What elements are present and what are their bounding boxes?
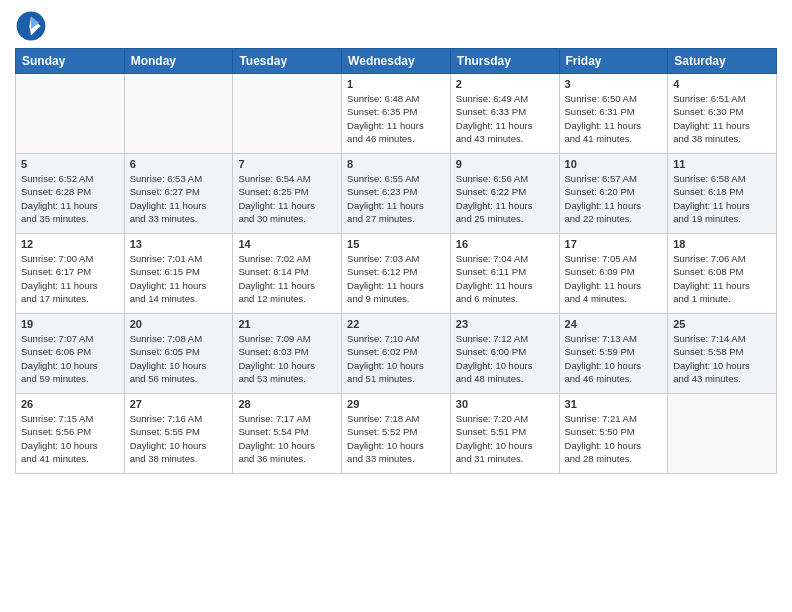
calendar-header: SundayMondayTuesdayWednesdayThursdayFrid…	[16, 49, 777, 74]
calendar-body: 1Sunrise: 6:48 AM Sunset: 6:35 PM Daylig…	[16, 74, 777, 474]
day-cell: 2Sunrise: 6:49 AM Sunset: 6:33 PM Daylig…	[450, 74, 559, 154]
day-info: Sunrise: 7:20 AM Sunset: 5:51 PM Dayligh…	[456, 412, 554, 465]
day-cell	[16, 74, 125, 154]
day-cell: 30Sunrise: 7:20 AM Sunset: 5:51 PM Dayli…	[450, 394, 559, 474]
day-number: 12	[21, 238, 119, 250]
day-number: 19	[21, 318, 119, 330]
day-info: Sunrise: 6:57 AM Sunset: 6:20 PM Dayligh…	[565, 172, 663, 225]
day-number: 31	[565, 398, 663, 410]
day-info: Sunrise: 7:16 AM Sunset: 5:55 PM Dayligh…	[130, 412, 228, 465]
day-cell: 26Sunrise: 7:15 AM Sunset: 5:56 PM Dayli…	[16, 394, 125, 474]
day-number: 8	[347, 158, 445, 170]
day-number: 6	[130, 158, 228, 170]
day-info: Sunrise: 7:05 AM Sunset: 6:09 PM Dayligh…	[565, 252, 663, 305]
header-cell-friday: Friday	[559, 49, 668, 74]
day-cell: 22Sunrise: 7:10 AM Sunset: 6:02 PM Dayli…	[342, 314, 451, 394]
day-cell: 14Sunrise: 7:02 AM Sunset: 6:14 PM Dayli…	[233, 234, 342, 314]
day-info: Sunrise: 7:10 AM Sunset: 6:02 PM Dayligh…	[347, 332, 445, 385]
day-number: 18	[673, 238, 771, 250]
day-info: Sunrise: 6:51 AM Sunset: 6:30 PM Dayligh…	[673, 92, 771, 145]
week-row-3: 12Sunrise: 7:00 AM Sunset: 6:17 PM Dayli…	[16, 234, 777, 314]
day-cell: 12Sunrise: 7:00 AM Sunset: 6:17 PM Dayli…	[16, 234, 125, 314]
day-info: Sunrise: 7:17 AM Sunset: 5:54 PM Dayligh…	[238, 412, 336, 465]
day-info: Sunrise: 7:08 AM Sunset: 6:05 PM Dayligh…	[130, 332, 228, 385]
day-number: 2	[456, 78, 554, 90]
day-cell: 24Sunrise: 7:13 AM Sunset: 5:59 PM Dayli…	[559, 314, 668, 394]
week-row-2: 5Sunrise: 6:52 AM Sunset: 6:28 PM Daylig…	[16, 154, 777, 234]
day-info: Sunrise: 6:48 AM Sunset: 6:35 PM Dayligh…	[347, 92, 445, 145]
header-row: SundayMondayTuesdayWednesdayThursdayFrid…	[16, 49, 777, 74]
day-info: Sunrise: 6:56 AM Sunset: 6:22 PM Dayligh…	[456, 172, 554, 225]
day-cell: 9Sunrise: 6:56 AM Sunset: 6:22 PM Daylig…	[450, 154, 559, 234]
day-info: Sunrise: 7:07 AM Sunset: 6:06 PM Dayligh…	[21, 332, 119, 385]
calendar-table: SundayMondayTuesdayWednesdayThursdayFrid…	[15, 48, 777, 474]
day-info: Sunrise: 7:21 AM Sunset: 5:50 PM Dayligh…	[565, 412, 663, 465]
day-number: 15	[347, 238, 445, 250]
day-info: Sunrise: 6:53 AM Sunset: 6:27 PM Dayligh…	[130, 172, 228, 225]
day-cell: 17Sunrise: 7:05 AM Sunset: 6:09 PM Dayli…	[559, 234, 668, 314]
day-cell	[668, 394, 777, 474]
day-cell: 11Sunrise: 6:58 AM Sunset: 6:18 PM Dayli…	[668, 154, 777, 234]
day-info: Sunrise: 6:58 AM Sunset: 6:18 PM Dayligh…	[673, 172, 771, 225]
week-row-5: 26Sunrise: 7:15 AM Sunset: 5:56 PM Dayli…	[16, 394, 777, 474]
day-number: 23	[456, 318, 554, 330]
day-cell	[124, 74, 233, 154]
logo	[15, 10, 51, 42]
header-cell-tuesday: Tuesday	[233, 49, 342, 74]
day-cell: 28Sunrise: 7:17 AM Sunset: 5:54 PM Dayli…	[233, 394, 342, 474]
day-cell	[233, 74, 342, 154]
day-info: Sunrise: 6:50 AM Sunset: 6:31 PM Dayligh…	[565, 92, 663, 145]
day-cell: 21Sunrise: 7:09 AM Sunset: 6:03 PM Dayli…	[233, 314, 342, 394]
day-cell: 31Sunrise: 7:21 AM Sunset: 5:50 PM Dayli…	[559, 394, 668, 474]
day-number: 20	[130, 318, 228, 330]
day-number: 21	[238, 318, 336, 330]
logo-icon	[15, 10, 47, 42]
day-info: Sunrise: 7:15 AM Sunset: 5:56 PM Dayligh…	[21, 412, 119, 465]
day-cell: 5Sunrise: 6:52 AM Sunset: 6:28 PM Daylig…	[16, 154, 125, 234]
day-info: Sunrise: 7:14 AM Sunset: 5:58 PM Dayligh…	[673, 332, 771, 385]
day-cell: 19Sunrise: 7:07 AM Sunset: 6:06 PM Dayli…	[16, 314, 125, 394]
day-cell: 7Sunrise: 6:54 AM Sunset: 6:25 PM Daylig…	[233, 154, 342, 234]
day-info: Sunrise: 7:13 AM Sunset: 5:59 PM Dayligh…	[565, 332, 663, 385]
header-cell-sunday: Sunday	[16, 49, 125, 74]
day-number: 27	[130, 398, 228, 410]
day-info: Sunrise: 7:12 AM Sunset: 6:00 PM Dayligh…	[456, 332, 554, 385]
day-info: Sunrise: 7:03 AM Sunset: 6:12 PM Dayligh…	[347, 252, 445, 305]
day-info: Sunrise: 6:54 AM Sunset: 6:25 PM Dayligh…	[238, 172, 336, 225]
day-info: Sunrise: 7:00 AM Sunset: 6:17 PM Dayligh…	[21, 252, 119, 305]
day-number: 17	[565, 238, 663, 250]
day-number: 30	[456, 398, 554, 410]
day-info: Sunrise: 7:18 AM Sunset: 5:52 PM Dayligh…	[347, 412, 445, 465]
header	[15, 10, 777, 42]
day-cell: 4Sunrise: 6:51 AM Sunset: 6:30 PM Daylig…	[668, 74, 777, 154]
day-cell: 25Sunrise: 7:14 AM Sunset: 5:58 PM Dayli…	[668, 314, 777, 394]
page-container: SundayMondayTuesdayWednesdayThursdayFrid…	[0, 0, 792, 484]
day-cell: 1Sunrise: 6:48 AM Sunset: 6:35 PM Daylig…	[342, 74, 451, 154]
day-number: 5	[21, 158, 119, 170]
day-number: 9	[456, 158, 554, 170]
day-number: 22	[347, 318, 445, 330]
day-info: Sunrise: 7:04 AM Sunset: 6:11 PM Dayligh…	[456, 252, 554, 305]
header-cell-saturday: Saturday	[668, 49, 777, 74]
day-info: Sunrise: 6:52 AM Sunset: 6:28 PM Dayligh…	[21, 172, 119, 225]
day-cell: 27Sunrise: 7:16 AM Sunset: 5:55 PM Dayli…	[124, 394, 233, 474]
day-cell: 6Sunrise: 6:53 AM Sunset: 6:27 PM Daylig…	[124, 154, 233, 234]
day-number: 10	[565, 158, 663, 170]
day-cell: 16Sunrise: 7:04 AM Sunset: 6:11 PM Dayli…	[450, 234, 559, 314]
day-info: Sunrise: 7:09 AM Sunset: 6:03 PM Dayligh…	[238, 332, 336, 385]
day-number: 13	[130, 238, 228, 250]
day-info: Sunrise: 6:55 AM Sunset: 6:23 PM Dayligh…	[347, 172, 445, 225]
day-number: 14	[238, 238, 336, 250]
day-number: 29	[347, 398, 445, 410]
day-number: 11	[673, 158, 771, 170]
day-cell: 18Sunrise: 7:06 AM Sunset: 6:08 PM Dayli…	[668, 234, 777, 314]
day-info: Sunrise: 7:02 AM Sunset: 6:14 PM Dayligh…	[238, 252, 336, 305]
day-number: 4	[673, 78, 771, 90]
week-row-1: 1Sunrise: 6:48 AM Sunset: 6:35 PM Daylig…	[16, 74, 777, 154]
week-row-4: 19Sunrise: 7:07 AM Sunset: 6:06 PM Dayli…	[16, 314, 777, 394]
day-number: 26	[21, 398, 119, 410]
day-number: 7	[238, 158, 336, 170]
day-number: 28	[238, 398, 336, 410]
day-cell: 3Sunrise: 6:50 AM Sunset: 6:31 PM Daylig…	[559, 74, 668, 154]
day-info: Sunrise: 6:49 AM Sunset: 6:33 PM Dayligh…	[456, 92, 554, 145]
